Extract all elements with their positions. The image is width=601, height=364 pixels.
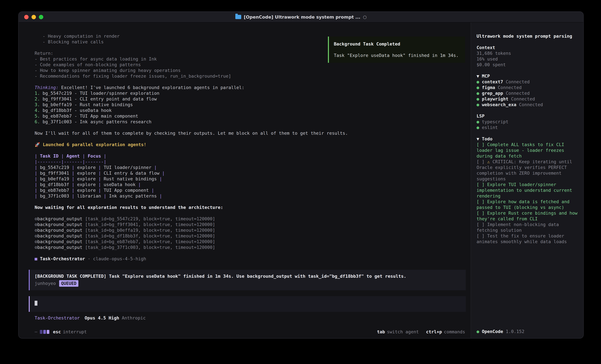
warning-icon: ⚠ <box>487 159 492 164</box>
terminal-line: 5. bg_eb87ebb7 - TUI App main component <box>35 113 466 119</box>
todo-text: Explore TUI loader/spinner implementatio… <box>477 182 575 199</box>
mcp-server-name: figma <box>479 85 495 90</box>
terminal-line <box>35 136 466 142</box>
lsp-section: LSP ● typescript● eslint <box>477 113 579 130</box>
collapse-icon: ▼ <box>477 74 479 79</box>
mcp-server-name: grep_app <box>479 91 503 96</box>
ctrlp-key-label: commands <box>444 329 465 334</box>
window-title: [OpenCode] Ultrawork mode system prompt … <box>235 15 367 19</box>
lsp-server-row: ● typescript <box>477 119 579 125</box>
todo-item: [ ] ⚠ CRITICAL: Keep iterating until Ora… <box>477 159 579 182</box>
todo-item: [ ] Explore Rust core bindings and how t… <box>477 210 579 222</box>
terminal-line: - How to keep spinner animating during h… <box>35 67 466 73</box>
lsp-server-name: typescript <box>479 119 508 124</box>
todo-text: Complete ALL tasks to fix CLI loader lag… <box>477 142 567 159</box>
todo-text: Explore Rust core bindings and how they'… <box>477 211 580 221</box>
session-title: Ultrawork mode system prompt parsing <box>477 33 579 39</box>
mcp-server-status: Connected <box>508 96 535 101</box>
active-agent-label: Task-Orchestrator <box>35 316 80 320</box>
status-dot-icon: ● <box>477 119 479 124</box>
mcp-server-name: playwright <box>479 96 508 101</box>
activity-block <box>47 330 49 334</box>
todo-checkbox: [ ] <box>477 182 487 187</box>
queued-user-label: junhoyeo <box>35 280 56 286</box>
folder-icon <box>235 15 241 19</box>
todo-heading: ▼ Todo <box>477 136 579 142</box>
terminal-line: Thinking: Excellent! I've launched 6 bac… <box>35 85 466 90</box>
terminal-line: ⚙background_output [task_id=bg_5547c219,… <box>35 216 466 222</box>
app-brand: OpenCode <box>482 329 503 334</box>
notification-body: Task "Explore useData hook" finished in … <box>334 53 460 58</box>
todo-item: [ ] Explore how data is fetched and pass… <box>477 199 579 210</box>
collapse-icon: ▼ <box>477 136 479 141</box>
terminal-line: ⚙background_output [task_id=bg_f9ff3041,… <box>35 222 466 227</box>
terminal-line: 4. bg_df18bb3f - useData hook <box>35 107 466 113</box>
terminal-line: ⚙background_output [task_id=bg_37f1c003,… <box>35 244 466 250</box>
app-version: 1.0.152 <box>506 329 524 334</box>
activity-block <box>40 330 42 334</box>
todo-checkbox: [ ] <box>477 199 487 204</box>
tab-key-label: switch agent <box>387 329 419 334</box>
terminal-line: ⚙background_output [task_id=bg_eb87ebb7,… <box>35 239 466 244</box>
terminal-line: 1. bg_5547c219 - TUI loader/spinner expl… <box>35 90 466 96</box>
mcp-server-status: Connected <box>516 102 543 107</box>
context-section: Context 31,686 tokens 16% used $0.00 spe… <box>477 45 579 67</box>
todo-text: Explore how data is fetched and passed t… <box>477 199 572 210</box>
todo-section: ▼ Todo [ ] Complete ALL tasks to fix CLI… <box>477 136 579 244</box>
terminal-line: |---------|-------|-------| <box>35 159 466 164</box>
status-dot-icon: ● <box>477 85 479 90</box>
todo-list: [ ] Complete ALL tasks to fix CLI loader… <box>477 142 579 244</box>
close-button[interactable] <box>24 15 29 19</box>
queued-badge: QUEUED <box>59 280 78 287</box>
terminal-line <box>35 199 466 204</box>
todo-checkbox: [ ] <box>477 211 487 216</box>
notification-title: Background Task Completed <box>334 41 460 47</box>
context-spent: $0.00 spent <box>477 62 579 67</box>
terminal-line: 2. bg_f9ff3041 - CLI entry point and dat… <box>35 96 466 102</box>
terminal-line: 🚀 Launched 6 parallel exploration agents… <box>35 142 466 147</box>
minimize-button[interactable] <box>31 15 36 19</box>
ctrlp-key-hint: ctrl+p <box>426 329 442 334</box>
activity-dots: ⋯ <box>35 329 38 334</box>
terminal-line: | bg_37f1c003 | librarian | Ink async pa… <box>35 193 466 199</box>
status-dot-icon: ● <box>477 91 479 96</box>
terminal-line: | bg_eb87ebb7 | explore | TUI App compon… <box>35 187 466 193</box>
mcp-server-row: ● figma Connected <box>477 85 579 90</box>
todo-checkbox: [ ] <box>477 142 487 147</box>
todo-text: Implement non-blocking data fetching sol… <box>477 222 561 233</box>
sidebar-footer: ● OpenCode 1.0.152 <box>477 329 524 334</box>
model-provider-label: Anthropic <box>122 316 146 320</box>
mcp-server-status: Connected <box>503 91 530 96</box>
status-dot-icon: ● <box>477 125 479 130</box>
terminal-line: ⚙background_output [task_id=bg_b0effa19,… <box>35 227 466 233</box>
status-dot-icon: ● <box>477 79 479 84</box>
mcp-server-row: ● grep_app Connected <box>477 90 579 96</box>
mcp-server-row: ● websearch_exa Connected <box>477 102 579 107</box>
terminal-line: 6. bg_37f1c003 - Ink async patterns rese… <box>35 119 466 125</box>
lsp-heading: LSP <box>477 113 579 119</box>
mcp-server-status: Connected <box>503 79 530 84</box>
todo-checkbox: [ ] <box>477 233 487 239</box>
terminal-line: | bg_df18bb3f | explore | useData hook | <box>35 182 466 187</box>
mcp-server-row: ● playwright Connected <box>477 96 579 102</box>
todo-checkbox: [ ] <box>477 159 487 164</box>
completed-task-panel: [BACKGROUND TASK COMPLETED] Task "Explor… <box>29 270 466 290</box>
traffic-lights <box>24 12 43 22</box>
todo-item: [ ] Implement non-blocking data fetching… <box>477 222 579 233</box>
todo-item: [ ] Complete ALL tasks to fix CLI loader… <box>477 142 579 159</box>
terminal-line: | bg_b0effa19 | explore | Rust native bi… <box>35 176 466 182</box>
zoom-button[interactable] <box>39 15 43 19</box>
lsp-list: ● typescript● eslint <box>477 119 579 130</box>
todo-item: [ ] Explore TUI loader/spinner implement… <box>477 182 579 199</box>
lsp-server-row: ● eslint <box>477 125 579 130</box>
window-content: - Heavy computation in render - Blocking… <box>19 22 583 338</box>
mcp-list: ● context7 Connected● figma Connected● g… <box>477 79 579 107</box>
status-bar-right: tab switch agent ctrl+p commands <box>377 329 465 334</box>
terminal-line: Now I'll wait for all of them to complet… <box>35 130 466 136</box>
mcp-heading: ▼ MCP <box>477 73 579 79</box>
todo-item: [ ] Test the fix to ensure loader animat… <box>477 233 579 244</box>
terminal-line: | Task ID | Agent | Focus | <box>35 153 466 159</box>
terminal-line: | bg_5547c219 | explore | TUI loader/spi… <box>35 164 466 170</box>
prompt-input[interactable] <box>29 296 466 312</box>
context-heading: Context <box>477 45 579 50</box>
